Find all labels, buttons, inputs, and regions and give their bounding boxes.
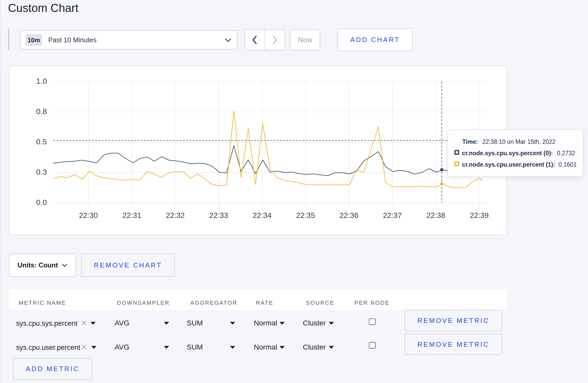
- svg-text:22:31: 22:31: [122, 211, 141, 219]
- svg-text:22:32: 22:32: [166, 211, 185, 219]
- svg-text:0.8: 0.8: [36, 107, 47, 116]
- svg-text:0.3: 0.3: [36, 168, 47, 176]
- svg-text:22:36: 22:36: [340, 211, 359, 219]
- svg-text:22:33: 22:33: [209, 211, 228, 219]
- svg-text:0.0: 0.0: [36, 198, 47, 207]
- svg-text:0.5: 0.5: [36, 137, 47, 146]
- svg-text:22:34: 22:34: [253, 211, 272, 219]
- svg-text:1.0: 1.0: [36, 77, 47, 85]
- svg-text:22:38: 22:38: [426, 211, 445, 219]
- svg-text:22:35: 22:35: [296, 211, 315, 219]
- svg-text:22:39: 22:39: [470, 211, 489, 219]
- svg-text:22:37: 22:37: [383, 211, 402, 219]
- svg-text:22:30: 22:30: [79, 211, 98, 219]
